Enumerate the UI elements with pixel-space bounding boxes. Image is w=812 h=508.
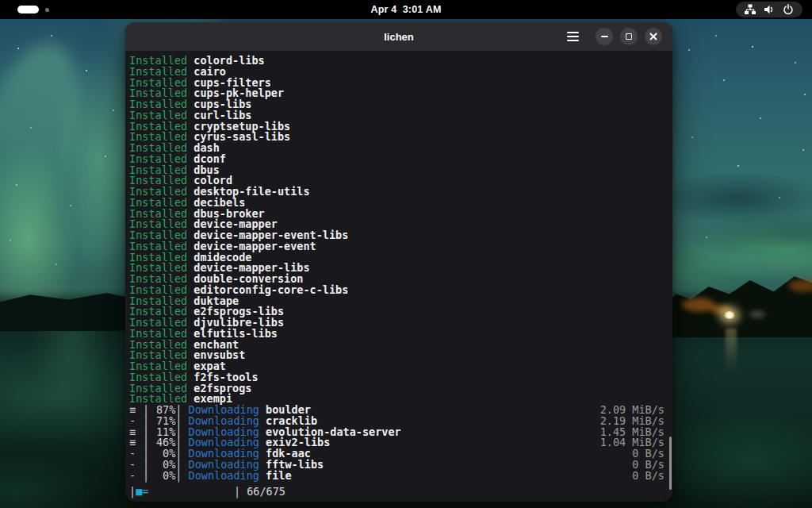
aurora-streak [0, 31, 100, 271]
hamburger-icon [567, 32, 579, 33]
download-percent: 0% [155, 471, 175, 482]
downloading-label: Downloading [189, 471, 259, 482]
spinner-icon: - [129, 471, 136, 482]
hamburger-icon [567, 40, 579, 41]
minimize-button[interactable] [596, 28, 613, 45]
progress-bar-region: | ■= [129, 486, 234, 497]
close-icon [649, 33, 657, 40]
distant-lights [749, 311, 765, 318]
autumn-trees [789, 279, 812, 292]
volume-icon [764, 4, 775, 15]
separator: | [175, 471, 182, 482]
separator: | [143, 471, 149, 482]
top-bar: Apr 4 3:01 AM [0, 0, 812, 19]
install-progress-bar: | ■= | 66/675 [129, 486, 665, 497]
network-wired-icon [745, 4, 756, 15]
close-button[interactable] [645, 28, 662, 45]
progress-bar-open: | [129, 486, 136, 497]
progress-bar-close: | [234, 486, 240, 497]
terminal-window: lichen Installed colord-libs Installed c… [125, 22, 672, 502]
download-line: - | 0% | Downloading file 0 B/s [125, 471, 672, 482]
maximize-icon [626, 33, 632, 40]
package-name: file [266, 471, 292, 482]
terminal-output: Installed colord-libs Installed cairo In… [125, 51, 672, 481]
maximize-button[interactable] [620, 28, 638, 45]
hill-silhouette [0, 290, 136, 331]
progress-counter: 66/675 [247, 486, 285, 497]
clock[interactable]: Apr 4 3:01 AM [0, 4, 812, 15]
window-controls [567, 28, 672, 45]
power-icon [783, 4, 794, 15]
download-speed: 0 B/s [632, 471, 665, 482]
terminal-content[interactable]: Installed colord-libs Installed cairo In… [125, 51, 672, 502]
scrollbar-thumb[interactable] [669, 437, 672, 490]
hamburger-icon [567, 36, 579, 37]
cabin-light [724, 311, 735, 319]
hamburger-menu-button[interactable] [567, 29, 581, 44]
system-tray[interactable] [736, 2, 802, 17]
progress-bar-fill: ■= [136, 486, 148, 497]
minimize-icon [601, 36, 608, 37]
light-reflection [726, 329, 737, 375]
titlebar[interactable]: lichen [125, 22, 672, 51]
